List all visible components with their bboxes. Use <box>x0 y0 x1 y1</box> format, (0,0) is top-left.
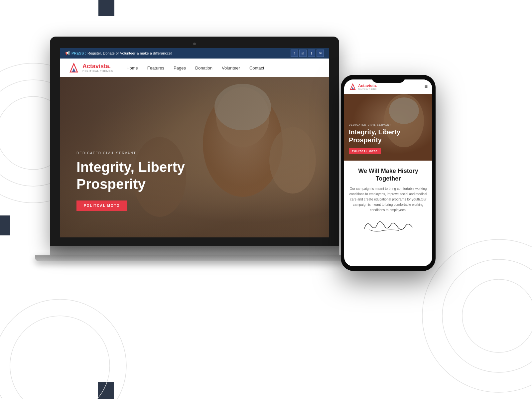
nav-item-volunteer[interactable]: Volunteer <box>222 65 240 71</box>
phone-section-body: Our campaign is meant to bring comfortab… <box>349 186 428 213</box>
phone-hero-subtitle: DEDICATED CIVIL SERVANT <box>349 124 400 126</box>
press-label: PRESS : <box>71 51 86 55</box>
phone-hero-line1: Integrity, Liberty <box>349 128 400 136</box>
phone-screen: Actavista. POLITICAL THEMES ≡ <box>344 79 432 266</box>
hero-title: Integrity, Liberty Prosperity <box>76 159 185 193</box>
hero-cta-button[interactable]: POLITCAL MOTO <box>76 200 127 211</box>
hero-content: DEDICATED CIVIL SERVANT Integrity, Liber… <box>76 151 185 211</box>
website-topbar: 📢 PRESS : Register, Donate or Volunteer … <box>60 48 329 59</box>
phone-notch <box>372 75 405 83</box>
phone-logo-text-group: Actavista. POLITICAL THEMES <box>358 83 377 90</box>
phone-logo-icon <box>349 83 357 91</box>
topbar-announcement: 📢 PRESS : Register, Donate or Volunteer … <box>65 51 172 56</box>
hero-subtitle: DEDICATED CIVIL SERVANT <box>76 151 185 155</box>
website-navbar: Actavista. POLITICAL THEMES Home Feature… <box>60 59 329 77</box>
hamburger-icon[interactable]: ≡ <box>425 84 428 90</box>
phone-hero-button[interactable]: POLITCAL MOTO <box>349 148 381 154</box>
social-icons-group: f in t ✉ <box>291 50 324 57</box>
facebook-icon[interactable]: f <box>291 50 298 57</box>
phone-hero-title: Integrity, Liberty Prosperity <box>349 128 400 144</box>
twitter-icon[interactable]: t <box>308 50 315 57</box>
phone-hero-line2: Prosperity <box>349 136 382 144</box>
phone-logo-a: A <box>358 83 361 88</box>
logo-a: A <box>82 63 87 69</box>
linkedin-icon[interactable]: in <box>299 50 307 57</box>
logo-text: Actavista. POLITICAL THEMES <box>82 63 113 73</box>
main-scene: 📢 PRESS : Register, Donate or Volunteer … <box>0 0 532 399</box>
phone-device: Actavista. POLITICAL THEMES ≡ <box>341 75 436 271</box>
phone-content-section: We Will Make History Together Our campai… <box>344 161 432 239</box>
laptop-body: 📢 PRESS : Register, Donate or Volunteer … <box>50 37 339 246</box>
hero-section: DEDICATED CIVIL SERVANT Integrity, Liber… <box>60 77 329 237</box>
email-icon[interactable]: ✉ <box>317 50 324 57</box>
press-text: Register, Donate or Volunteer & make a d… <box>87 51 172 55</box>
laptop-base <box>50 246 339 255</box>
logo-sub-text: POLITICAL THEMES <box>82 70 113 73</box>
hero-title-line2: Prosperity <box>76 176 146 192</box>
phone-signature <box>349 217 428 234</box>
logo-icon <box>68 62 80 74</box>
nav-item-contact[interactable]: Contact <box>249 65 264 71</box>
phone-logo-main: Actavista. <box>358 83 377 88</box>
nav-item-home[interactable]: Home <box>126 65 138 71</box>
signature-svg <box>362 217 415 234</box>
phone-section-title: We Will Make History Together <box>349 167 428 183</box>
svg-marker-9 <box>72 68 76 72</box>
svg-marker-18 <box>351 87 354 89</box>
laptop-camera <box>193 43 196 45</box>
nav-logo: Actavista. POLITICAL THEMES <box>68 62 113 74</box>
nav-item-pages[interactable]: Pages <box>174 65 186 71</box>
phone-logo-sub: POLITICAL THEMES <box>358 88 377 90</box>
laptop-foot <box>35 255 354 261</box>
hero-title-line1: Integrity, Liberty <box>76 159 185 175</box>
laptop-screen: 📢 PRESS : Register, Donate or Volunteer … <box>60 48 329 237</box>
laptop-device: 📢 PRESS : Register, Donate or Volunteer … <box>50 37 339 286</box>
nav-links-list: Home Features Pages Donation Volunteer C… <box>126 65 264 71</box>
phone-body: Actavista. POLITICAL THEMES ≡ <box>341 75 436 271</box>
nav-item-features[interactable]: Features <box>147 65 164 71</box>
nav-item-donation[interactable]: Donation <box>195 65 212 71</box>
phone-hero-section: DEDICATED CIVIL SERVANT Integrity, Liber… <box>344 94 432 161</box>
phone-hero-content: DEDICATED CIVIL SERVANT Integrity, Liber… <box>349 124 400 154</box>
logo-main-text: Actavista. <box>82 63 113 70</box>
phone-logo: Actavista. POLITICAL THEMES <box>349 83 377 91</box>
